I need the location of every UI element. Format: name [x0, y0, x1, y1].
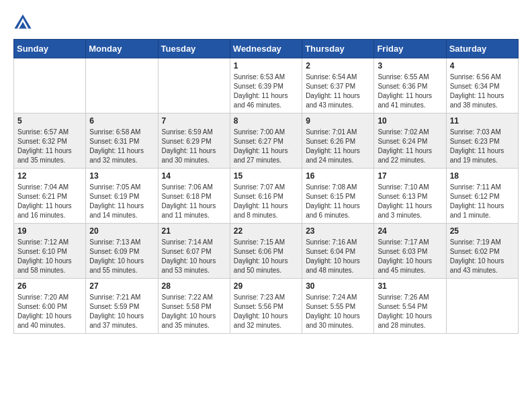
calendar-day: 8Sunrise: 7:00 AM Sunset: 6:27 PM Daylig… — [230, 113, 302, 169]
day-number: 17 — [378, 171, 442, 181]
day-number: 27 — [89, 281, 154, 291]
day-number: 23 — [306, 226, 370, 236]
calendar-day: 30Sunrise: 7:24 AM Sunset: 5:55 PM Dayli… — [302, 279, 374, 334]
week-row-1: 1Sunrise: 6:53 AM Sunset: 6:39 PM Daylig… — [14, 58, 519, 113]
calendar-day: 11Sunrise: 7:03 AM Sunset: 6:23 PM Dayli… — [446, 113, 518, 169]
day-info: Sunrise: 7:04 AM Sunset: 6:21 PM Dayligh… — [17, 183, 82, 220]
day-info: Sunrise: 7:23 AM Sunset: 5:56 PM Dayligh… — [234, 293, 298, 330]
day-number: 30 — [306, 281, 370, 291]
calendar-day: 14Sunrise: 7:06 AM Sunset: 6:18 PM Dayli… — [158, 169, 230, 224]
day-info: Sunrise: 7:16 AM Sunset: 6:04 PM Dayligh… — [306, 238, 370, 275]
calendar-day: 6Sunrise: 6:58 AM Sunset: 6:31 PM Daylig… — [86, 113, 158, 169]
weekday-header-thursday: Thursday — [302, 40, 374, 58]
calendar-day: 23Sunrise: 7:16 AM Sunset: 6:04 PM Dayli… — [302, 224, 374, 279]
calendar-day: 17Sunrise: 7:10 AM Sunset: 6:13 PM Dayli… — [374, 169, 446, 224]
calendar-day: 9Sunrise: 7:01 AM Sunset: 6:26 PM Daylig… — [302, 113, 374, 169]
day-number: 29 — [234, 281, 298, 291]
day-info: Sunrise: 6:59 AM Sunset: 6:29 PM Dayligh… — [162, 128, 226, 165]
day-number: 2 — [306, 61, 370, 71]
calendar-day: 19Sunrise: 7:12 AM Sunset: 6:10 PM Dayli… — [14, 224, 86, 279]
day-info: Sunrise: 7:12 AM Sunset: 6:10 PM Dayligh… — [17, 238, 82, 275]
calendar-day: 31Sunrise: 7:26 AM Sunset: 5:54 PM Dayli… — [374, 279, 446, 334]
day-number: 7 — [162, 116, 226, 126]
calendar-day: 12Sunrise: 7:04 AM Sunset: 6:21 PM Dayli… — [14, 169, 86, 224]
logo — [13, 13, 35, 32]
day-info: Sunrise: 7:00 AM Sunset: 6:27 PM Dayligh… — [234, 128, 298, 165]
day-info: Sunrise: 7:01 AM Sunset: 6:26 PM Dayligh… — [306, 128, 370, 165]
day-info: Sunrise: 7:03 AM Sunset: 6:23 PM Dayligh… — [450, 128, 515, 165]
day-info: Sunrise: 7:06 AM Sunset: 6:18 PM Dayligh… — [162, 183, 226, 220]
calendar-day: 24Sunrise: 7:17 AM Sunset: 6:03 PM Dayli… — [374, 224, 446, 279]
day-info: Sunrise: 7:20 AM Sunset: 6:00 PM Dayligh… — [17, 293, 82, 330]
day-number: 19 — [17, 226, 82, 236]
calendar-day: 29Sunrise: 7:23 AM Sunset: 5:56 PM Dayli… — [230, 279, 302, 334]
calendar-day — [158, 58, 230, 113]
weekday-header-row: SundayMondayTuesdayWednesdayThursdayFrid… — [14, 40, 519, 58]
weekday-header-wednesday: Wednesday — [230, 40, 302, 58]
day-number: 9 — [306, 116, 370, 126]
weekday-header-monday: Monday — [86, 40, 158, 58]
day-info: Sunrise: 7:22 AM Sunset: 5:58 PM Dayligh… — [162, 293, 226, 330]
day-info: Sunrise: 7:19 AM Sunset: 6:02 PM Dayligh… — [450, 238, 515, 275]
day-info: Sunrise: 6:56 AM Sunset: 6:34 PM Dayligh… — [450, 73, 515, 110]
day-number: 22 — [234, 226, 298, 236]
calendar-day: 1Sunrise: 6:53 AM Sunset: 6:39 PM Daylig… — [230, 58, 302, 113]
day-info: Sunrise: 7:11 AM Sunset: 6:12 PM Dayligh… — [450, 183, 515, 220]
day-number: 5 — [17, 116, 82, 126]
day-number: 28 — [162, 281, 226, 291]
calendar-day: 2Sunrise: 6:54 AM Sunset: 6:37 PM Daylig… — [302, 58, 374, 113]
day-number: 13 — [89, 171, 154, 181]
calendar-day: 13Sunrise: 7:05 AM Sunset: 6:19 PM Dayli… — [86, 169, 158, 224]
week-row-4: 19Sunrise: 7:12 AM Sunset: 6:10 PM Dayli… — [14, 224, 519, 279]
day-number: 3 — [378, 61, 442, 71]
day-info: Sunrise: 7:24 AM Sunset: 5:55 PM Dayligh… — [306, 293, 370, 330]
day-number: 26 — [17, 281, 82, 291]
calendar-day: 28Sunrise: 7:22 AM Sunset: 5:58 PM Dayli… — [158, 279, 230, 334]
logo-icon — [13, 13, 32, 32]
calendar-day: 20Sunrise: 7:13 AM Sunset: 6:09 PM Dayli… — [86, 224, 158, 279]
calendar-day: 18Sunrise: 7:11 AM Sunset: 6:12 PM Dayli… — [446, 169, 518, 224]
calendar-day: 16Sunrise: 7:08 AM Sunset: 6:15 PM Dayli… — [302, 169, 374, 224]
day-info: Sunrise: 7:21 AM Sunset: 5:59 PM Dayligh… — [89, 293, 154, 330]
day-number: 21 — [162, 226, 226, 236]
day-number: 11 — [450, 116, 515, 126]
weekday-header-tuesday: Tuesday — [158, 40, 230, 58]
day-info: Sunrise: 6:54 AM Sunset: 6:37 PM Dayligh… — [306, 73, 370, 110]
day-number: 15 — [234, 171, 298, 181]
calendar-day: 26Sunrise: 7:20 AM Sunset: 6:00 PM Dayli… — [14, 279, 86, 334]
day-info: Sunrise: 7:05 AM Sunset: 6:19 PM Dayligh… — [89, 183, 154, 220]
day-info: Sunrise: 6:55 AM Sunset: 6:36 PM Dayligh… — [378, 73, 442, 110]
day-number: 16 — [306, 171, 370, 181]
calendar-day: 25Sunrise: 7:19 AM Sunset: 6:02 PM Dayli… — [446, 224, 518, 279]
day-info: Sunrise: 7:13 AM Sunset: 6:09 PM Dayligh… — [89, 238, 154, 275]
day-info: Sunrise: 7:02 AM Sunset: 6:24 PM Dayligh… — [378, 128, 442, 165]
calendar-day: 27Sunrise: 7:21 AM Sunset: 5:59 PM Dayli… — [86, 279, 158, 334]
weekday-header-friday: Friday — [374, 40, 446, 58]
day-info: Sunrise: 7:26 AM Sunset: 5:54 PM Dayligh… — [378, 293, 442, 330]
day-info: Sunrise: 7:07 AM Sunset: 6:16 PM Dayligh… — [234, 183, 298, 220]
day-number: 18 — [450, 171, 515, 181]
day-info: Sunrise: 6:57 AM Sunset: 6:32 PM Dayligh… — [17, 128, 82, 165]
calendar-day: 15Sunrise: 7:07 AM Sunset: 6:16 PM Dayli… — [230, 169, 302, 224]
page-header — [13, 13, 519, 32]
day-info: Sunrise: 6:58 AM Sunset: 6:31 PM Dayligh… — [89, 128, 154, 165]
weekday-header-saturday: Saturday — [446, 40, 518, 58]
calendar-day: 22Sunrise: 7:15 AM Sunset: 6:06 PM Dayli… — [230, 224, 302, 279]
calendar-day: 4Sunrise: 6:56 AM Sunset: 6:34 PM Daylig… — [446, 58, 518, 113]
day-number: 4 — [450, 61, 515, 71]
day-number: 14 — [162, 171, 226, 181]
calendar-day: 7Sunrise: 6:59 AM Sunset: 6:29 PM Daylig… — [158, 113, 230, 169]
weekday-header-sunday: Sunday — [14, 40, 86, 58]
calendar-day: 21Sunrise: 7:14 AM Sunset: 6:07 PM Dayli… — [158, 224, 230, 279]
day-number: 1 — [234, 61, 298, 71]
day-info: Sunrise: 7:14 AM Sunset: 6:07 PM Dayligh… — [162, 238, 226, 275]
day-info: Sunrise: 7:10 AM Sunset: 6:13 PM Dayligh… — [378, 183, 442, 220]
week-row-2: 5Sunrise: 6:57 AM Sunset: 6:32 PM Daylig… — [14, 113, 519, 169]
day-number: 10 — [378, 116, 442, 126]
day-number: 25 — [450, 226, 515, 236]
calendar-day: 3Sunrise: 6:55 AM Sunset: 6:36 PM Daylig… — [374, 58, 446, 113]
calendar-day — [14, 58, 86, 113]
day-number: 24 — [378, 226, 442, 236]
day-info: Sunrise: 7:15 AM Sunset: 6:06 PM Dayligh… — [234, 238, 298, 275]
day-info: Sunrise: 6:53 AM Sunset: 6:39 PM Dayligh… — [234, 73, 298, 110]
